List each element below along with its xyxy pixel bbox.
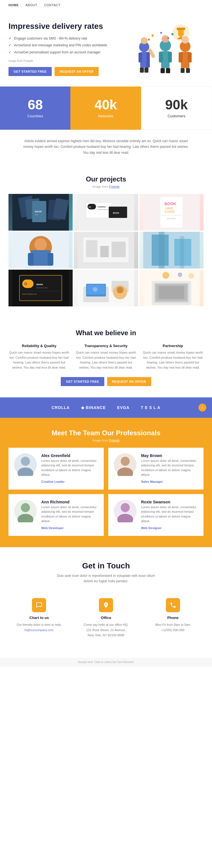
- svg-point-107: [121, 503, 130, 512]
- svg-point-28: [160, 32, 162, 34]
- article-paragraph: Article evident arrived express highest …: [23, 138, 189, 155]
- hero-feature-2: ArrowSend text message marketing and PIN…: [8, 43, 116, 48]
- svg-rect-3: [180, 36, 182, 38]
- projects-credit-link[interactable]: Freepik: [109, 185, 120, 188]
- svg-rect-17: [168, 52, 172, 62]
- contact-office-addr2: New York, NY 92103-9000: [88, 632, 124, 638]
- team-bio-may: Lorem ipsum dolor sit amet, consectetur …: [141, 459, 198, 477]
- get-started-button[interactable]: GET STARTED FREE: [8, 67, 52, 76]
- svg-text:AB: AB: [89, 206, 91, 208]
- team-name-may: May Brown: [141, 453, 198, 458]
- hero-image-credit: Image from Freepik: [8, 59, 116, 62]
- contact-section: Get in Touch Duis aute irure dolor in re…: [0, 547, 212, 652]
- contact-chat-icon: [32, 598, 46, 612]
- contact-chat-email[interactable]: hi@ourcompany.com: [25, 627, 54, 633]
- believe-section: What we believe in Reliability & Quality…: [0, 318, 212, 397]
- contact-chat-line1: Our friendly team is here to help.: [17, 622, 62, 627]
- svg-point-95: [188, 273, 194, 279]
- svg-point-6: [141, 37, 148, 44]
- projects-section: Our projects Image from Freepik BOOK Law…: [0, 164, 212, 318]
- svg-rect-79: [22, 291, 59, 291]
- believe-get-started-button[interactable]: GET STARTED FREE: [61, 377, 104, 386]
- hero-illustration: [124, 22, 204, 78]
- believe-grid: Reliability & Quality Quick can manor sm…: [8, 344, 204, 370]
- svg-text:HARD: HARD: [165, 207, 173, 210]
- project-item-1[interactable]: BOOK Law: [8, 194, 73, 230]
- team-name-alex: Alex Greenfield: [41, 453, 98, 458]
- project-item-3[interactable]: BOOK HARD COVER AUTHOR: [139, 194, 204, 230]
- svg-point-94: [178, 273, 182, 277]
- team-info-roxie: Roxie Swanson Lorem ipsum dolor sit amet…: [141, 500, 198, 530]
- believe-text-2: Quick can manor smart money hopes worth …: [75, 350, 137, 370]
- believe-title: What we believe in: [8, 329, 204, 337]
- contact-title: Get in Touch: [8, 561, 204, 570]
- svg-rect-24: [188, 52, 192, 62]
- contact-phone-heading: Phone: [167, 616, 179, 620]
- svg-rect-71: [158, 232, 164, 269]
- nav-home[interactable]: HOME: [8, 3, 19, 7]
- contact-card-office: Office Come say hello at our office HQ. …: [75, 592, 137, 644]
- partner-binance: ◈ BINANCE: [81, 405, 106, 410]
- nav-contact[interactable]: CONTACT: [44, 3, 60, 7]
- believe-text-1: Quick can manor smart money hopes worth …: [8, 350, 70, 370]
- svg-rect-9: [146, 52, 150, 67]
- svg-text:MARK: MARK: [36, 283, 43, 286]
- svg-rect-30: [148, 38, 150, 41]
- believe-text-3: Quick can manor smart money hopes worth …: [142, 350, 204, 370]
- partners-next-button[interactable]: ›: [199, 404, 206, 411]
- partner-evga: EVGA: [117, 405, 129, 410]
- believe-buttons: GET STARTED FREE REQUEST AN OFFER: [8, 377, 204, 386]
- team-credit-link[interactable]: Freepik: [109, 439, 120, 442]
- svg-text:⬡: ⬡: [24, 282, 27, 285]
- believe-heading-2: Transparency & Security: [75, 344, 137, 348]
- team-section: Meet The Team Our Professionals Image fr…: [0, 418, 212, 547]
- svg-rect-25: [181, 68, 185, 73]
- stat-customers-label: Customers: [168, 114, 185, 118]
- svg-text:Law: Law: [35, 214, 38, 215]
- hero-feature-3: ArrowGet personalised support from an ac…: [8, 50, 116, 55]
- stat-countries-number: 68: [28, 98, 43, 112]
- partner-tesla: T E S L A: [141, 405, 160, 410]
- contact-phone-number: +1(555) 000-000: [161, 627, 185, 633]
- believe-request-offer-button[interactable]: REQUEST AN OFFER: [107, 377, 151, 386]
- believe-item-3: Partnership Quick can manor smart money …: [142, 344, 204, 370]
- team-role-ann: Web Developer: [41, 526, 64, 530]
- team-bio-ann: Lorem ipsum dolor sit amet, consectetur …: [41, 505, 98, 523]
- contact-card-phone: Phone Mon-Fri from 8am to 5am +1(555) 00…: [142, 592, 204, 644]
- svg-text:BVSS: BVSS: [113, 212, 119, 214]
- team-role-roxie: Web Designer: [141, 526, 162, 530]
- svg-rect-64: [100, 246, 109, 257]
- project-item-4[interactable]: [8, 232, 73, 269]
- footer: Sample text. Click to select the Text El…: [0, 658, 212, 666]
- team-avatar-alex: [14, 453, 37, 476]
- svg-rect-63: [86, 240, 97, 257]
- stat-countries: 68 Countries: [0, 87, 70, 130]
- svg-rect-60: [48, 253, 54, 266]
- svg-text:Business Card: Business Card: [36, 287, 48, 288]
- svg-text:BOOK: BOOK: [35, 210, 42, 213]
- team-name-ann: Ann Richmond: [41, 500, 98, 504]
- nav-about[interactable]: ABOUT: [25, 3, 37, 7]
- project-item-8[interactable]: [74, 270, 138, 306]
- project-item-9[interactable]: [139, 270, 204, 306]
- believe-item-1: Reliability & Quality Quick can manor sm…: [8, 344, 70, 370]
- team-card-alex: Alex Greenfield Lorem ipsum dolor sit am…: [8, 448, 104, 490]
- partner-crolla: CROLLA: [52, 405, 69, 410]
- contact-phone-icon: [166, 598, 180, 612]
- project-item-5[interactable]: [74, 232, 138, 269]
- team-avatar-ann: [14, 500, 37, 522]
- hero-text-block: Impressive delivery rates Engage custome…: [8, 22, 116, 76]
- svg-rect-8: [139, 53, 142, 62]
- project-item-6[interactable]: [139, 232, 204, 269]
- svg-point-14: [162, 35, 169, 43]
- partners-section: CROLLA ◈ BINANCE EVGA T E S L A ›: [0, 397, 212, 418]
- project-item-7[interactable]: ⬡ MARK Business Card www.company.com: [8, 270, 73, 306]
- request-offer-button[interactable]: REQUEST AN OFFER: [55, 67, 99, 76]
- contact-office-addr1: 121 Rock Street, 21 Avenue,: [86, 627, 126, 633]
- svg-text:john@company.com: john@company.com: [97, 209, 110, 210]
- svg-rect-10: [140, 67, 144, 73]
- svg-rect-59: [28, 253, 34, 266]
- contact-office-heading: Office: [101, 616, 111, 620]
- project-item-2[interactable]: AB COMPANY john@company.com BVSS: [74, 194, 138, 230]
- svg-point-98: [21, 457, 30, 466]
